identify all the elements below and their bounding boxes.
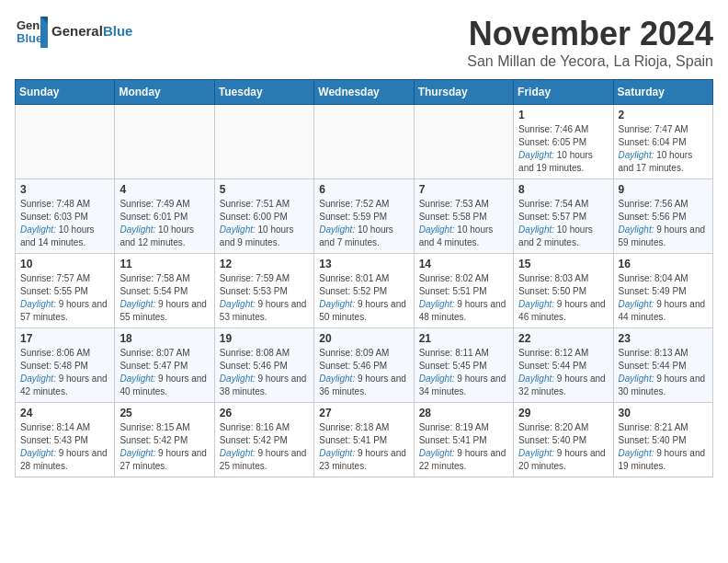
day-number: 5 bbox=[220, 183, 309, 196]
day-number: 20 bbox=[319, 332, 408, 345]
day-number: 26 bbox=[220, 407, 309, 419]
day-info: Sunrise: 8:19 AMSunset: 5:41 PMDaylight:… bbox=[419, 421, 508, 473]
calendar-cell: 5Sunrise: 7:51 AMSunset: 6:00 PMDaylight… bbox=[214, 179, 313, 254]
calendar-cell: 2Sunrise: 7:47 AMSunset: 6:04 PMDaylight… bbox=[613, 105, 712, 179]
calendar-week-5: 24Sunrise: 8:14 AMSunset: 5:43 PMDayligh… bbox=[16, 403, 713, 477]
calendar-cell bbox=[214, 105, 313, 179]
calendar-cell: 17Sunrise: 8:06 AMSunset: 5:48 PMDayligh… bbox=[16, 328, 115, 403]
calendar-cell: 11Sunrise: 7:58 AMSunset: 5:54 PMDayligh… bbox=[115, 254, 214, 328]
calendar-cell: 22Sunrise: 8:12 AMSunset: 5:44 PMDayligh… bbox=[514, 328, 613, 403]
day-info: Sunrise: 7:58 AMSunset: 5:54 PMDaylight:… bbox=[119, 272, 209, 324]
calendar-cell: 7Sunrise: 7:53 AMSunset: 5:58 PMDaylight… bbox=[414, 179, 513, 254]
day-info: Sunrise: 8:20 AMSunset: 5:40 PMDaylight:… bbox=[518, 421, 608, 473]
day-info: Sunrise: 8:03 AMSunset: 5:50 PMDaylight:… bbox=[518, 272, 608, 324]
weekday-header-monday: Monday bbox=[115, 80, 214, 105]
day-number: 1 bbox=[518, 109, 608, 121]
day-info: Sunrise: 8:18 AMSunset: 5:41 PMDaylight:… bbox=[319, 421, 408, 473]
day-info: Sunrise: 8:12 AMSunset: 5:44 PMDaylight:… bbox=[518, 347, 608, 398]
day-number: 24 bbox=[20, 407, 109, 419]
day-number: 19 bbox=[220, 332, 309, 345]
calendar-cell: 6Sunrise: 7:52 AMSunset: 5:59 PMDaylight… bbox=[314, 179, 414, 254]
calendar-cell bbox=[314, 105, 414, 179]
calendar-cell: 8Sunrise: 7:54 AMSunset: 5:57 PMDaylight… bbox=[514, 179, 613, 254]
calendar-cell: 25Sunrise: 8:15 AMSunset: 5:42 PMDayligh… bbox=[115, 403, 214, 477]
weekday-header-row: SundayMondayTuesdayWednesdayThursdayFrid… bbox=[16, 80, 713, 105]
weekday-header-tuesday: Tuesday bbox=[214, 80, 313, 105]
day-number: 22 bbox=[518, 332, 608, 345]
day-number: 4 bbox=[119, 183, 209, 196]
day-info: Sunrise: 8:07 AMSunset: 5:47 PMDaylight:… bbox=[119, 347, 209, 398]
weekday-header-wednesday: Wednesday bbox=[314, 80, 414, 105]
day-number: 8 bbox=[518, 183, 608, 196]
calendar-cell: 28Sunrise: 8:19 AMSunset: 5:41 PMDayligh… bbox=[414, 403, 513, 477]
day-info: Sunrise: 8:08 AMSunset: 5:46 PMDaylight:… bbox=[220, 347, 309, 398]
calendar-table: SundayMondayTuesdayWednesdayThursdayFrid… bbox=[15, 79, 713, 477]
calendar-week-2: 3Sunrise: 7:48 AMSunset: 6:03 PMDaylight… bbox=[16, 179, 713, 254]
calendar-cell: 19Sunrise: 8:08 AMSunset: 5:46 PMDayligh… bbox=[214, 328, 313, 403]
calendar-cell: 12Sunrise: 7:59 AMSunset: 5:53 PMDayligh… bbox=[214, 254, 313, 328]
day-info: Sunrise: 7:59 AMSunset: 5:53 PMDaylight:… bbox=[220, 272, 309, 324]
day-info: Sunrise: 8:13 AMSunset: 5:44 PMDaylight:… bbox=[619, 347, 708, 398]
calendar-cell: 10Sunrise: 7:57 AMSunset: 5:55 PMDayligh… bbox=[16, 254, 115, 328]
logo: General Blue GeneralBlue bbox=[15, 15, 132, 48]
day-info: Sunrise: 7:56 AMSunset: 5:56 PMDaylight:… bbox=[619, 198, 708, 249]
calendar-cell: 1Sunrise: 7:46 AMSunset: 6:05 PMDaylight… bbox=[514, 105, 613, 179]
logo-icon: General Blue bbox=[15, 15, 48, 48]
weekday-header-friday: Friday bbox=[514, 80, 613, 105]
day-info: Sunrise: 8:16 AMSunset: 5:42 PMDaylight:… bbox=[220, 421, 309, 473]
day-info: Sunrise: 7:52 AMSunset: 5:59 PMDaylight:… bbox=[319, 198, 408, 249]
day-info: Sunrise: 8:06 AMSunset: 5:48 PMDaylight:… bbox=[20, 347, 109, 398]
logo-general: General bbox=[51, 23, 103, 39]
day-info: Sunrise: 7:49 AMSunset: 6:01 PMDaylight:… bbox=[119, 198, 209, 249]
day-info: Sunrise: 8:01 AMSunset: 5:52 PMDaylight:… bbox=[319, 272, 408, 324]
day-number: 11 bbox=[119, 258, 209, 270]
calendar-cell: 29Sunrise: 8:20 AMSunset: 5:40 PMDayligh… bbox=[514, 403, 613, 477]
day-info: Sunrise: 7:47 AMSunset: 6:04 PMDaylight:… bbox=[619, 123, 708, 175]
calendar-cell: 27Sunrise: 8:18 AMSunset: 5:41 PMDayligh… bbox=[314, 403, 414, 477]
calendar-cell: 3Sunrise: 7:48 AMSunset: 6:03 PMDaylight… bbox=[16, 179, 115, 254]
page-header: General Blue GeneralBlue November 2024 S… bbox=[15, 15, 713, 70]
day-info: Sunrise: 7:57 AMSunset: 5:55 PMDaylight:… bbox=[20, 272, 109, 324]
day-number: 13 bbox=[319, 258, 408, 270]
day-number: 29 bbox=[518, 407, 608, 419]
weekday-header-thursday: Thursday bbox=[414, 80, 513, 105]
day-info: Sunrise: 8:04 AMSunset: 5:49 PMDaylight:… bbox=[619, 272, 708, 324]
day-number: 16 bbox=[619, 258, 708, 270]
calendar-cell: 23Sunrise: 8:13 AMSunset: 5:44 PMDayligh… bbox=[613, 328, 712, 403]
day-number: 9 bbox=[619, 183, 708, 196]
calendar-cell: 9Sunrise: 7:56 AMSunset: 5:56 PMDaylight… bbox=[613, 179, 712, 254]
day-number: 18 bbox=[119, 332, 209, 345]
day-info: Sunrise: 7:46 AMSunset: 6:05 PMDaylight:… bbox=[518, 123, 608, 175]
day-number: 12 bbox=[220, 258, 309, 270]
calendar-cell: 14Sunrise: 8:02 AMSunset: 5:51 PMDayligh… bbox=[414, 254, 513, 328]
calendar-cell: 15Sunrise: 8:03 AMSunset: 5:50 PMDayligh… bbox=[514, 254, 613, 328]
calendar-cell: 26Sunrise: 8:16 AMSunset: 5:42 PMDayligh… bbox=[214, 403, 313, 477]
calendar-cell: 21Sunrise: 8:11 AMSunset: 5:45 PMDayligh… bbox=[414, 328, 513, 403]
day-info: Sunrise: 7:51 AMSunset: 6:00 PMDaylight:… bbox=[220, 198, 309, 249]
title-area: November 2024 San Millan de Yecora, La R… bbox=[467, 15, 713, 70]
weekday-header-saturday: Saturday bbox=[613, 80, 712, 105]
calendar-cell: 13Sunrise: 8:01 AMSunset: 5:52 PMDayligh… bbox=[314, 254, 414, 328]
day-info: Sunrise: 7:54 AMSunset: 5:57 PMDaylight:… bbox=[518, 198, 608, 249]
day-info: Sunrise: 8:02 AMSunset: 5:51 PMDaylight:… bbox=[419, 272, 508, 324]
calendar-week-3: 10Sunrise: 7:57 AMSunset: 5:55 PMDayligh… bbox=[16, 254, 713, 328]
calendar-cell: 30Sunrise: 8:21 AMSunset: 5:40 PMDayligh… bbox=[613, 403, 712, 477]
month-title: November 2024 bbox=[467, 15, 713, 53]
weekday-header-sunday: Sunday bbox=[16, 80, 115, 105]
day-number: 21 bbox=[419, 332, 508, 345]
calendar-week-1: 1Sunrise: 7:46 AMSunset: 6:05 PMDaylight… bbox=[16, 105, 713, 179]
calendar-cell: 24Sunrise: 8:14 AMSunset: 5:43 PMDayligh… bbox=[16, 403, 115, 477]
day-number: 7 bbox=[419, 183, 508, 196]
calendar-week-4: 17Sunrise: 8:06 AMSunset: 5:48 PMDayligh… bbox=[16, 328, 713, 403]
calendar-cell bbox=[414, 105, 513, 179]
day-info: Sunrise: 8:11 AMSunset: 5:45 PMDaylight:… bbox=[419, 347, 508, 398]
calendar-cell: 20Sunrise: 8:09 AMSunset: 5:46 PMDayligh… bbox=[314, 328, 414, 403]
day-number: 27 bbox=[319, 407, 408, 419]
day-number: 28 bbox=[419, 407, 508, 419]
day-number: 10 bbox=[20, 258, 109, 270]
calendar-body: 1Sunrise: 7:46 AMSunset: 6:05 PMDaylight… bbox=[16, 105, 713, 477]
day-info: Sunrise: 8:14 AMSunset: 5:43 PMDaylight:… bbox=[20, 421, 109, 473]
location-title: San Millan de Yecora, La Rioja, Spain bbox=[467, 53, 713, 70]
day-number: 6 bbox=[319, 183, 408, 196]
calendar-cell bbox=[16, 105, 115, 179]
